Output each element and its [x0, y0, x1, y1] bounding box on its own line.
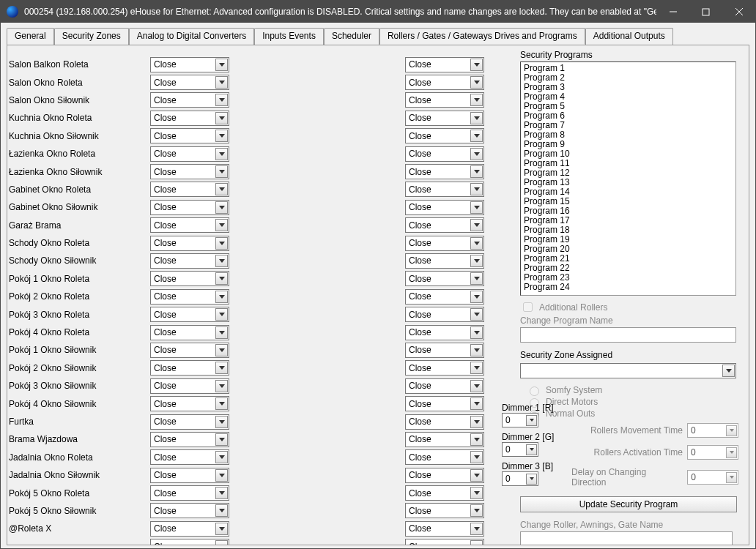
tab[interactable]: Security Zones [54, 28, 129, 45]
chevron-down-icon [470, 487, 483, 499]
activation-time-combo[interactable]: 0 [687, 445, 738, 460]
roller-action-combo[interactable]: Close [150, 164, 229, 179]
roller-action-combo[interactable]: Close [405, 75, 484, 90]
roller-action-combo[interactable]: Close [405, 414, 484, 430]
roller-action-combo[interactable]: Close [405, 449, 484, 465]
program-item[interactable]: Program 24 [524, 283, 733, 292]
roller-action-combo[interactable]: Close [150, 343, 229, 358]
chevron-down-icon [470, 469, 483, 482]
change-roller-name-input[interactable] [520, 531, 733, 545]
roller-action-combo[interactable]: Close [150, 111, 229, 126]
minimize-button[interactable] [656, 1, 689, 23]
roller-action-combo[interactable]: Close [150, 307, 229, 322]
roller-action-combo[interactable]: Close [405, 253, 484, 269]
additional-rollers-checkbox[interactable]: Additional Rollers [520, 300, 738, 314]
chevron-down-icon [470, 433, 483, 446]
dimmer-combo[interactable]: 0 [502, 413, 538, 427]
roller-action-combo[interactable]: Close [150, 414, 229, 430]
movement-time-combo[interactable]: 0 [687, 423, 738, 438]
roller-action-combo[interactable]: Close [150, 449, 229, 465]
roller-action-combo[interactable]: Close [405, 57, 484, 72]
maximize-button[interactable] [689, 1, 722, 23]
chevron-down-icon [470, 272, 483, 285]
roller-label: Pokój 3 Okno Roleta [7, 310, 150, 320]
roller-action-combo[interactable]: Close [405, 396, 484, 411]
roller-action-combo[interactable]: Close [150, 468, 229, 483]
roller-action-combo[interactable]: Close [150, 521, 229, 537]
chevron-down-icon [215, 201, 228, 214]
chevron-down-icon [722, 365, 735, 377]
roller-action-combo[interactable]: Close [405, 468, 484, 483]
dimmer-combo[interactable]: 0 [502, 471, 538, 486]
roller-row: Brama WjazdowaCloseClose [7, 430, 660, 448]
roller-action-combo[interactable]: Close [405, 432, 484, 447]
roller-action-combo[interactable]: Close [150, 253, 229, 269]
roller-action-combo[interactable]: Close [405, 307, 484, 322]
roller-action-combo[interactable]: Close [405, 164, 484, 179]
roller-action-combo[interactable]: Close [150, 503, 229, 518]
tab[interactable]: Additional Outputs [585, 28, 673, 45]
roller-action-combo[interactable]: Close [150, 128, 229, 143]
security-zone-combo[interactable] [520, 363, 736, 378]
roller-action-combo[interactable]: Close [405, 539, 484, 545]
roller-action-combo[interactable]: Close [405, 92, 484, 108]
roller-action-combo[interactable]: Close [150, 271, 229, 286]
roller-action-combo[interactable]: Close [405, 521, 484, 537]
programs-section: Security Programs Program 1Program 2Prog… [520, 50, 738, 419]
roller-action-combo[interactable]: Close [150, 325, 229, 340]
roller-action-combo[interactable]: Close [150, 182, 229, 197]
roller-action-combo[interactable]: Close [405, 128, 484, 143]
roller-action-combo[interactable]: Close [405, 360, 484, 376]
delay-time-combo[interactable]: 0 [687, 470, 738, 485]
chevron-down-icon [215, 183, 228, 195]
programs-listbox[interactable]: Program 1Program 2Program 3Program 4Prog… [520, 61, 736, 296]
roller-action-combo[interactable]: Close [150, 200, 229, 215]
roller-action-combo[interactable]: Close [405, 271, 484, 286]
tab[interactable]: Analog to Digital Converters [129, 28, 254, 45]
tab[interactable]: Rollers / Gates / Gateways Drives and Pr… [379, 28, 585, 45]
roller-action-combo[interactable]: Close [150, 396, 229, 411]
roller-action-combo[interactable]: Close [150, 146, 229, 162]
roller-action-combo[interactable]: Close [150, 485, 229, 501]
roller-action-combo[interactable]: Close [405, 182, 484, 197]
roller-label: Garaż Brama [7, 220, 150, 231]
chevron-down-icon [215, 237, 228, 250]
roller-action-combo[interactable]: Close [405, 325, 484, 340]
chevron-down-icon [215, 272, 228, 285]
roller-action-combo[interactable]: Close [150, 57, 229, 72]
tab[interactable]: Inputs Events [254, 28, 324, 45]
dimmer-label: Dimmer 1 [R] [502, 403, 554, 413]
roller-action-combo[interactable]: Close [405, 236, 484, 251]
radio-somfy[interactable]: Somfy System [526, 384, 738, 396]
chevron-down-icon [470, 416, 483, 428]
roller-action-combo[interactable]: Close [405, 343, 484, 358]
roller-action-combo[interactable]: Close [405, 217, 484, 233]
roller-action-combo[interactable]: Close [150, 360, 229, 376]
roller-action-combo[interactable]: Close [150, 289, 229, 305]
close-button[interactable] [722, 1, 755, 23]
additional-rollers-input[interactable] [523, 302, 533, 312]
roller-action-combo[interactable]: Close [405, 111, 484, 126]
dimmer-combo[interactable]: 0 [502, 442, 538, 457]
roller-action-combo[interactable]: Close [405, 485, 484, 501]
roller-action-combo[interactable]: Close [150, 75, 229, 90]
security-zone-label: Security Zone Assigned [520, 350, 738, 360]
roller-action-combo[interactable]: Close [405, 289, 484, 305]
roller-action-combo[interactable]: Close [405, 146, 484, 162]
tab[interactable]: Scheduler [324, 28, 379, 45]
radio-direct[interactable]: Direct Motors [526, 396, 738, 408]
roller-action-combo[interactable]: Close [150, 92, 229, 108]
roller-action-combo[interactable]: Close [405, 378, 484, 394]
chevron-down-icon [215, 397, 228, 410]
radio-normal[interactable]: Normal Outs [526, 408, 738, 419]
update-security-program-button[interactable]: Update Security Program [520, 496, 737, 512]
roller-action-combo[interactable]: Close [150, 539, 229, 545]
roller-action-combo[interactable]: Close [150, 217, 229, 233]
roller-action-combo[interactable]: Close [150, 378, 229, 394]
roller-action-combo[interactable]: Close [150, 236, 229, 251]
tab[interactable]: General [7, 28, 54, 45]
roller-action-combo[interactable]: Close [405, 503, 484, 518]
roller-action-combo[interactable]: Close [405, 200, 484, 215]
change-program-name-input[interactable] [520, 327, 736, 343]
roller-action-combo[interactable]: Close [150, 432, 229, 447]
